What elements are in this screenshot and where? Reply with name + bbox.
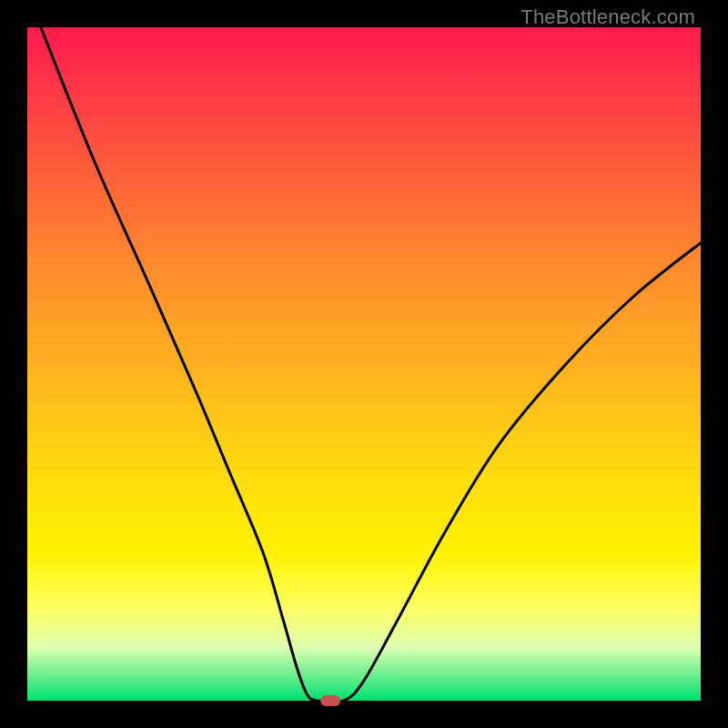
optimum-marker (320, 695, 340, 706)
plot-area (27, 27, 701, 701)
watermark-text: TheBottleneck.com (521, 5, 695, 29)
curve-svg (27, 27, 701, 701)
bottleneck-curve (41, 27, 701, 701)
chart-frame: TheBottleneck.com (0, 0, 728, 728)
